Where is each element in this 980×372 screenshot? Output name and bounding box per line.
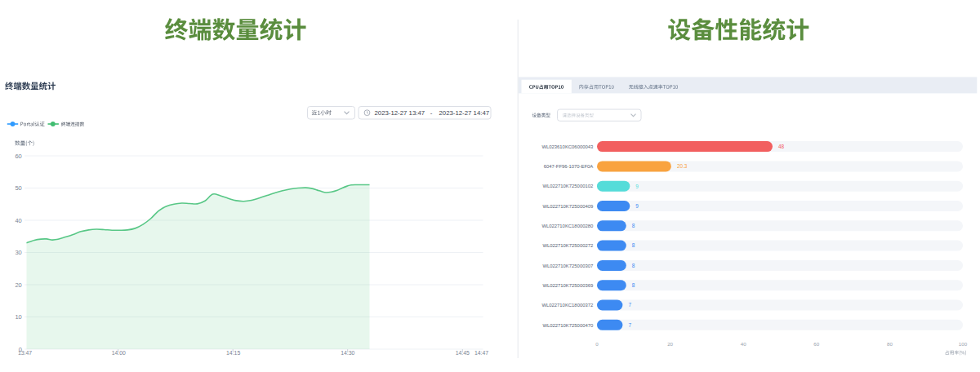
- svg-text:9: 9: [635, 203, 639, 209]
- svg-text:WL023610KC06000043: WL023610KC06000043: [541, 144, 594, 149]
- svg-text:2023-12-27 14:47: 2023-12-27 14:47: [439, 109, 490, 117]
- svg-text:10: 10: [15, 313, 21, 321]
- svg-text:14:00: 14:00: [112, 350, 126, 356]
- svg-text:WL022710KC18000280: WL022710KC18000280: [541, 224, 594, 228]
- svg-text:30: 30: [15, 249, 21, 256]
- svg-text:7: 7: [628, 322, 631, 328]
- svg-text:-: -: [430, 109, 433, 117]
- svg-text:6047-FF96-1070-EF0A: 6047-FF96-1070-EF0A: [544, 164, 594, 169]
- svg-text:2023-12-27 13:47: 2023-12-27 13:47: [375, 109, 425, 117]
- svg-text:60: 60: [813, 341, 819, 347]
- svg-text:14:45: 14:45: [456, 350, 470, 356]
- svg-text:8: 8: [632, 282, 635, 288]
- svg-text:20.3: 20.3: [677, 163, 688, 169]
- svg-text:0: 0: [595, 341, 599, 347]
- svg-text:8: 8: [632, 242, 635, 248]
- svg-text:WL022710KC18000372: WL022710KC18000372: [541, 303, 593, 308]
- svg-text:WL022710K725000470: WL022710K725000470: [542, 323, 594, 328]
- svg-text:7: 7: [628, 302, 631, 308]
- svg-text:20: 20: [667, 341, 673, 347]
- svg-text:60: 60: [15, 153, 21, 160]
- svg-text:8: 8: [632, 223, 635, 228]
- svg-text:80: 80: [887, 341, 893, 347]
- svg-text:13:47: 13:47: [18, 350, 32, 356]
- svg-text:20: 20: [15, 281, 21, 289]
- svg-text:100: 100: [959, 341, 968, 347]
- svg-text:14:47: 14:47: [474, 350, 488, 356]
- svg-text:WL022710K725000102: WL022710K725000102: [542, 184, 593, 188]
- svg-text:48: 48: [778, 144, 785, 149]
- svg-text:50: 50: [15, 184, 21, 192]
- svg-text:WL022710K725000272: WL022710K725000272: [542, 243, 593, 248]
- svg-text:8: 8: [632, 263, 635, 268]
- svg-text:WL022710K725000307: WL022710K725000307: [542, 264, 593, 268]
- svg-text:WL022710K725000369: WL022710K725000369: [542, 283, 593, 288]
- svg-text:9: 9: [635, 184, 639, 189]
- svg-text:14:30: 14:30: [341, 350, 354, 356]
- svg-text:14:15: 14:15: [226, 350, 240, 356]
- svg-text:WL022710K725000409: WL022710K725000409: [542, 204, 593, 209]
- svg-text:40: 40: [15, 217, 21, 224]
- svg-text:40: 40: [741, 341, 746, 347]
